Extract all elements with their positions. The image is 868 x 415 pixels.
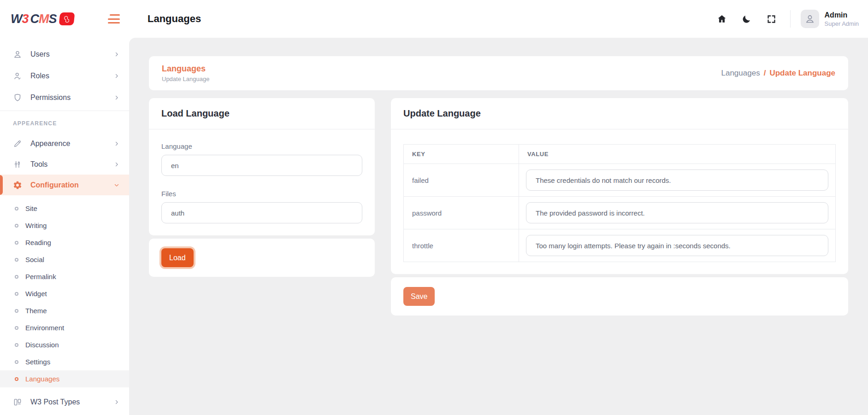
sidebar-item-configuration[interactable]: Configuration [0,175,129,195]
breadcrumb-parent-link[interactable]: Languages [721,69,760,77]
breadcrumb-subtitle: Update Language [162,76,209,82]
breadcrumb-card: Languages Update Language Languages/Upda… [149,56,848,90]
bullet-icon [15,275,18,279]
sidebar-subitem-reading[interactable]: Reading [0,234,129,251]
load-language-card: Load Language Language Files [149,98,375,235]
sidebar-item-label: Appearence [30,140,70,148]
page-title: Languages [148,13,201,25]
bullet-icon [15,224,18,228]
sidebar-subitem-settings[interactable]: Settings [0,353,129,370]
bullet-icon [15,241,18,245]
logo-text-cms: CMS [30,12,57,26]
table-row: failed [404,164,836,197]
sidebar-item-label: Permissions [30,94,71,102]
sidebar-subitem-widget[interactable]: Widget [0,285,129,302]
sidebar-subitem-languages[interactable]: Languages [0,370,129,387]
sidebar-item-label: Users [30,50,50,58]
bullet-icon [15,360,18,364]
sidebar-item-users[interactable]: Users [0,43,129,65]
sidebar-item-label: Roles [30,72,49,80]
bullet-icon [15,292,18,296]
bullet-icon [15,309,18,313]
chevron-right-icon [113,140,120,147]
sidebar-item-label: Tools [30,160,47,169]
bullet-icon [15,258,18,262]
load-language-footer: Load [149,239,375,277]
columns-icon [13,397,22,407]
update-language-column: Update Language KEY VALUE failed [391,98,848,316]
bullet-icon [15,343,18,347]
topbar-divider [790,10,791,28]
table-header-value: VALUE [519,145,836,164]
pencil-icon [13,139,22,148]
configuration-submenu: Site Writing Reading Social Permalink Wi… [0,200,129,387]
user-role: Super Admin [825,20,859,28]
sidebar-item-tools[interactable]: Tools [0,154,129,175]
fullscreen-icon[interactable] [766,13,777,24]
moon-icon[interactable] [741,13,752,24]
user-icon [13,50,22,59]
sidebar-divider [0,111,129,111]
gear-icon [13,181,22,190]
user-name: Admin [825,11,859,19]
files-input[interactable] [161,202,362,223]
sidebar-subitem-permalink[interactable]: Permalink [0,268,129,285]
sidebar-item-permissions[interactable]: Permissions [0,87,129,108]
value-input-throttle[interactable] [526,235,828,256]
chevron-right-icon [113,399,120,405]
home-icon[interactable] [716,13,727,24]
files-label: Files [161,190,362,198]
language-input[interactable] [161,155,362,176]
table-header-key: KEY [404,145,519,164]
chevron-right-icon [113,51,120,58]
load-button[interactable]: Load [161,248,194,267]
sidebar-subitem-site[interactable]: Site [0,200,129,217]
main-content: Languages Update Language Languages/Upda… [129,38,868,415]
value-input-password[interactable] [526,202,828,223]
logo-text-w3: W3 [11,12,29,26]
sidebar-menu: Users Roles Permissions [0,38,129,413]
sidebar-subitem-social[interactable]: Social [0,251,129,268]
bullet-icon [15,326,18,330]
app-logo[interactable]: W3 CMS [11,12,74,26]
key-cell: failed [404,164,519,197]
avatar [801,10,819,28]
topbar: W3 CMS Languages [0,0,868,38]
breadcrumb-title: Languages [162,64,209,74]
load-language-title: Load Language [161,108,362,119]
breadcrumb: Languages/Update Language [721,69,836,78]
sidebar-item-label: Configuration [30,181,79,189]
sidebar-item-appearence[interactable]: Appearence [0,133,129,154]
update-language-card: Update Language KEY VALUE failed [391,98,848,274]
language-strings-table: KEY VALUE failed password [403,144,836,262]
update-language-title: Update Language [403,108,836,119]
table-row: throttle [404,229,836,262]
breadcrumb-current: Update Language [769,69,835,77]
table-row: password [404,197,836,229]
chevron-down-icon [113,182,120,188]
shield-icon [13,93,22,102]
sidebar-subitem-theme[interactable]: Theme [0,302,129,319]
topbar-actions: Admin Super Admin [703,10,868,28]
value-input-failed[interactable] [526,170,828,191]
sidebar-section-appearence: APPEARENCE [0,120,129,127]
sidebar-subitem-writing[interactable]: Writing [0,217,129,234]
laravel-icon [59,12,75,25]
bullet-icon [15,377,18,381]
sidebar-subitem-discussion[interactable]: Discussion [0,336,129,353]
sidebar: Users Roles Permissions [0,38,129,415]
breadcrumb-separator: / [764,69,766,77]
save-button[interactable]: Save [403,287,435,306]
tools-icon [13,160,22,169]
sidebar-item-w3-post-types[interactable]: W3 Post Types [0,391,129,413]
chevron-right-icon [113,161,120,168]
key-cell: password [404,197,519,229]
user-menu[interactable]: Admin Super Admin [801,10,859,28]
sidebar-subitem-environment[interactable]: Environment [0,319,129,336]
sidebar-item-roles[interactable]: Roles [0,65,129,87]
chevron-right-icon [113,73,120,79]
topbar-left: W3 CMS [0,12,129,26]
bullet-icon [15,207,18,210]
sidebar-toggle-button[interactable] [108,14,120,23]
language-label: Language [161,142,362,150]
